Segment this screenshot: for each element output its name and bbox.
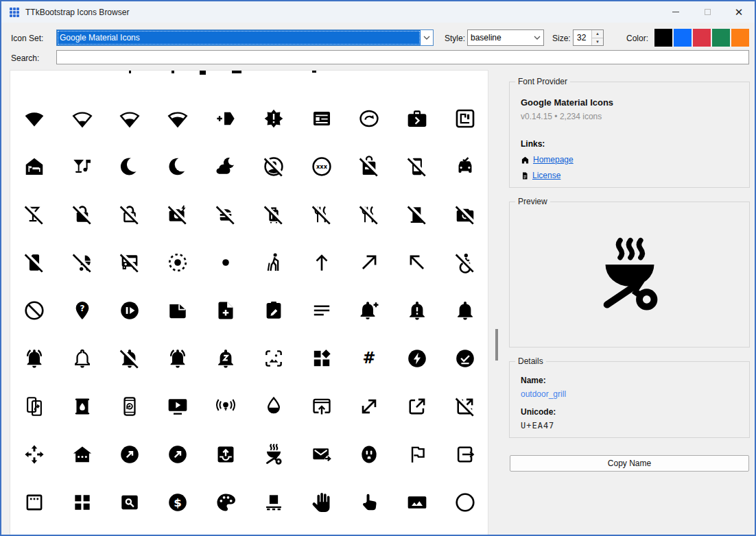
grid-icon-outgoing_mail[interactable] <box>298 430 346 478</box>
grid-icon-open_in_full[interactable] <box>346 382 394 430</box>
grid-icon-note[interactable] <box>154 287 202 334</box>
grid-icon-no_adult_content[interactable]: xxx <box>298 143 346 191</box>
grid-icon-notifications_off[interactable] <box>106 334 154 382</box>
homepage-link[interactable]: Homepage <box>533 155 574 165</box>
grid-icon-network_wifi_2_bar[interactable] <box>106 95 154 143</box>
grid-icon-no_meeting_room[interactable] <box>393 191 441 239</box>
size-increment-button[interactable]: ▲ <box>591 30 603 38</box>
grid-icon-north_east[interactable] <box>346 239 394 287</box>
grid-icon-north_west[interactable] <box>393 239 441 287</box>
grid-icon-nightlight_round[interactable] <box>154 143 202 191</box>
grid-icon-pan_tool_alt[interactable] <box>346 478 394 526</box>
grid-icon-offline_bolt[interactable] <box>393 334 441 382</box>
grid-icon-outbond[interactable] <box>106 430 154 478</box>
grid-icon-ondemand_video[interactable] <box>154 382 202 430</box>
grid-icon-notification_important[interactable] <box>393 287 441 334</box>
grid-icon-no_luggage[interactable] <box>250 191 298 239</box>
grid-icon-no_accounts[interactable] <box>250 143 298 191</box>
grid-icon-nights_stay[interactable] <box>202 143 250 191</box>
color-swatch-red[interactable] <box>693 29 711 47</box>
grid-icon-no_flash[interactable] <box>154 191 202 239</box>
grid-icon-no_cell[interactable] <box>393 143 441 191</box>
grid-icon-new_label[interactable] <box>202 95 250 143</box>
grid-icon-panorama_fish_eye[interactable] <box>441 478 488 526</box>
grid-scrollbar[interactable] <box>495 329 498 361</box>
grid-icon-now_wallpaper[interactable] <box>250 334 298 382</box>
color-swatch-green[interactable] <box>712 29 730 47</box>
size-spinbox[interactable]: 32 ▲ ▼ <box>573 29 604 46</box>
grid-icon-no_encryption_gmailerrorred[interactable] <box>106 191 154 239</box>
grid-icon-pan_tool[interactable] <box>298 478 346 526</box>
grid-icon-online_prediction[interactable] <box>202 382 250 430</box>
grid-icon-note_add[interactable] <box>202 287 250 334</box>
grid-icon-no_drinks[interactable] <box>10 191 58 239</box>
grid-icon-notifications_active[interactable] <box>10 334 58 382</box>
grid-icon-paid[interactable]: $ <box>154 478 202 526</box>
grid-icon-network_wifi[interactable] <box>10 95 58 143</box>
chevron-down-icon[interactable] <box>531 30 543 45</box>
grid-icon-newspaper[interactable] <box>298 95 346 143</box>
grid-icon-noise_control_off[interactable] <box>202 239 250 287</box>
icon-set-combobox[interactable]: Google Material Icons <box>56 29 434 46</box>
grid-icon-night_shelter[interactable] <box>10 143 58 191</box>
color-swatch-orange[interactable] <box>731 29 749 47</box>
grid-icon-notifications_paused[interactable] <box>202 334 250 382</box>
grid-icon-nightlife[interactable] <box>58 143 106 191</box>
grid-icon-no_photography[interactable] <box>441 191 488 239</box>
maximize-button[interactable] <box>692 1 723 23</box>
grid-icon-no_meals_ouline[interactable] <box>346 191 394 239</box>
grid-icon-other_houses[interactable] <box>58 430 106 478</box>
grid-icon-now_widgets[interactable] <box>298 334 346 382</box>
grid-icon-next_plan[interactable] <box>346 95 394 143</box>
close-button[interactable]: ✕ <box>723 1 755 23</box>
grid-icon-nordic_walking[interactable] <box>250 239 298 287</box>
grid-icon-padding[interactable] <box>10 478 58 526</box>
grid-icon-open_with[interactable] <box>10 430 58 478</box>
color-swatch-black[interactable] <box>654 29 672 47</box>
grid-icon-note_alt[interactable] <box>250 287 298 334</box>
grid-icon-open_in_new[interactable] <box>393 382 441 430</box>
grid-icon-offline_pin[interactable] <box>441 334 488 382</box>
grid-icon-outdoor_grill[interactable] <box>250 430 298 478</box>
grid-icon-notes[interactable] <box>298 287 346 334</box>
style-combobox[interactable]: baseline <box>467 29 544 46</box>
copy-name-button[interactable]: Copy Name <box>510 455 749 472</box>
icon-name-value[interactable]: outdoor_grill <box>521 389 738 399</box>
grid-icon-no_food[interactable] <box>202 191 250 239</box>
grid-icon-opacity[interactable] <box>250 382 298 430</box>
grid-icon-new_releases[interactable] <box>250 95 298 143</box>
grid-icon-not_started[interactable] <box>106 287 154 334</box>
grid-icon-network_wifi_1_bar[interactable] <box>58 95 106 143</box>
grid-icon-outbound[interactable] <box>154 430 202 478</box>
grid-icon-panorama[interactable] <box>393 478 441 526</box>
grid-icon-open_in_new_off[interactable] <box>441 382 488 430</box>
grid-icon-palette[interactable] <box>202 478 250 526</box>
grid-icon-north[interactable] <box>298 239 346 287</box>
grid-icon-not_interested[interactable] <box>10 287 58 334</box>
grid-icon-not_listed_location[interactable]: ? <box>58 287 106 334</box>
grid-icon-nfc[interactable] <box>441 95 488 143</box>
grid-icon-pallet[interactable] <box>250 478 298 526</box>
grid-icon-no_sim[interactable] <box>10 239 58 287</box>
grid-icon-no_encryption[interactable] <box>58 191 106 239</box>
search-input[interactable] <box>56 50 749 64</box>
grid-icon-no_meals[interactable] <box>298 191 346 239</box>
grid-icon-output[interactable] <box>441 430 488 478</box>
grid-icon-noise_aware[interactable] <box>154 239 202 287</box>
grid-icon-outlet[interactable] <box>346 430 394 478</box>
grid-icon-outlined_flag[interactable] <box>393 430 441 478</box>
chevron-down-icon[interactable] <box>421 30 433 45</box>
grid-icon-notification_add[interactable] <box>346 287 394 334</box>
grid-icon-on_device_training[interactable] <box>106 382 154 430</box>
grid-icon-pages[interactable] <box>58 478 106 526</box>
grid-icon-pageview[interactable] <box>106 478 154 526</box>
grid-icon-open_in_browser[interactable] <box>298 382 346 430</box>
size-decrement-button[interactable]: ▼ <box>591 38 603 46</box>
color-swatch-blue[interactable] <box>674 29 692 47</box>
grid-icon-notifications[interactable] <box>441 287 488 334</box>
minimize-button[interactable] <box>660 1 692 23</box>
grid-icon-outbox[interactable] <box>202 430 250 478</box>
grid-icon-not_accessible[interactable] <box>441 239 488 287</box>
grid-icon-oil_barrel[interactable] <box>58 382 106 430</box>
grid-icon-next_week[interactable] <box>393 95 441 143</box>
